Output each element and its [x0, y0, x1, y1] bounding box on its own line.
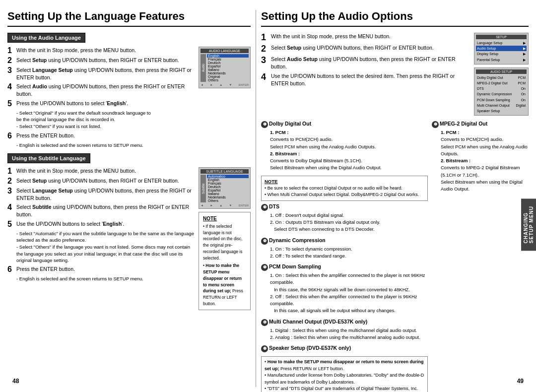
subtitle-step-2: 2 Select Setup using UP/DOWN buttons, th… — [7, 177, 195, 185]
mpeg2-digital-option: ❷MPEG-2 Digital Out 1. PCM : Converts to… — [432, 121, 529, 193]
subtitle-step-6: 6 Press the ENTER button. — [7, 265, 195, 273]
subtitle-step-1: 1 With the unit in Stop mode, press the … — [7, 167, 195, 175]
note-box-right-2: • How to make the SETUP menu disappear o… — [261, 356, 428, 392]
page-number-right: 49 — [517, 378, 524, 385]
audio-step-2: 2 Select Setup using UP/DOWN buttons, th… — [7, 57, 195, 65]
left-column: Setting Up the Language Features Using t… — [7, 10, 251, 387]
audio-step-5: 5 Press the UP/DOWN buttons to select 'E… — [7, 100, 195, 108]
audio-language-steps: 1 With the unit in Stop mode, press the … — [7, 47, 195, 148]
right-step-2: 2 Select Setup using UP/DOWN buttons, th… — [261, 44, 470, 53]
right-step-1: 1 With the unit in Stop mode, press the … — [261, 33, 470, 42]
audio-options-left-col: ❶Dolby Digital Out 1. PCM : Converts to … — [261, 121, 428, 392]
audio-language-section: Using the Audio Language 1 With the unit… — [7, 33, 251, 148]
right-page-title: Setting Up the Audio Options — [261, 10, 529, 27]
mpeg2-option-col: ❷MPEG-2 Digital Out 1. PCM : Converts to… — [432, 121, 529, 392]
note-box-right-1: NOTE • Be sure to select the correct Dig… — [261, 176, 428, 201]
setup-menu-screen: SETUP Language Setup▶ Audio Setup▶ Displ… — [474, 33, 529, 65]
dts-option: ❸DTS 1. Off : Doesn't output digital sig… — [261, 203, 428, 233]
right-screens: SETUP Language Setup▶ Audio Setup▶ Displ… — [474, 33, 529, 119]
right-steps-area: 1 With the unit in Stop mode, press the … — [261, 33, 529, 119]
multi-channel-option: ❻Multi Channel Output (DVD-E537K only) 1… — [261, 319, 428, 341]
subtitle-language-steps: 1 With the unit in Stop mode, press the … — [7, 167, 195, 310]
audio-language-header: Using the Audio Language — [7, 33, 85, 43]
audio-language-screen: AUDIO LANGUAGE Audio English Français De… — [199, 47, 251, 148]
audio-step-4: 4 Select Audio using UP/DOWN buttons, th… — [7, 83, 195, 97]
audio-setup-screen: AUDIO SETUP Dolby Digital OutPCM MPEG-2 … — [474, 67, 529, 116]
dolby-digital-option: ❶Dolby Digital Out 1. PCM : Converts to … — [261, 121, 428, 172]
audio-step-6: 6 Press the ENTER button. — [7, 132, 195, 140]
pcm-down-sampling-option: ❺PCM Down Sampling 1. On : Select this w… — [261, 263, 428, 315]
audio-step-3: 3 Select Language Setup using UP/DOWN bu… — [7, 66, 195, 81]
subtitle-step-3: 3 Select Language Setup using UP/DOWN bu… — [7, 187, 195, 201]
subtitle-language-screen: SUBTITLE LANGUAGE Subtitle Automatico En… — [199, 167, 251, 310]
note-box-left: NOTE • If the selected language is not r… — [199, 212, 251, 310]
audio-step-1: 1 With the unit in Stop mode, press the … — [7, 47, 195, 55]
speaker-setup-option: ❼Speaker Setup (DVD-E537K only) — [261, 345, 428, 352]
page-numbers: 48 49 — [0, 378, 536, 385]
right-step-4: 4 Use the UP/DOWN buttons to select the … — [261, 72, 470, 87]
left-page-title: Setting Up the Language Features — [7, 10, 251, 27]
right-step-3: 3 Select Audio Setup using UP/DOWN butto… — [261, 56, 470, 70]
dynamic-compression-option: ❹Dynamic Compression 1. On : To select d… — [261, 237, 428, 260]
right-column: Setting Up the Audio Options 1 With the … — [256, 10, 529, 387]
subtitle-step-5: 5 Use the UP/DOWN buttons to select 'Eng… — [7, 220, 195, 228]
audio-options-detail: ❶Dolby Digital Out 1. PCM : Converts to … — [261, 121, 529, 392]
subtitle-language-section: Using the Subtitle Language 1 With the u… — [7, 153, 251, 310]
subtitle-language-header: Using the Subtitle Language — [7, 153, 90, 163]
page-number-left: 48 — [12, 378, 19, 385]
subtitle-step-4: 4 Select Subtitle using UP/DOWN buttons,… — [7, 203, 195, 218]
changing-setup-menu-tab: CHANGING SETUP MENU — [521, 198, 536, 251]
